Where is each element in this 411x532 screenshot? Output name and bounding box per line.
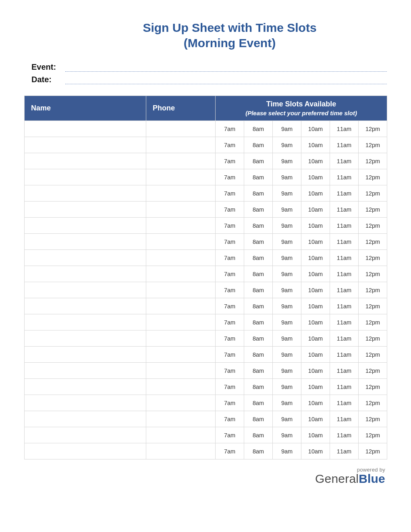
timeslot-cell[interactable]: 8am — [244, 202, 273, 218]
phone-cell[interactable] — [146, 443, 216, 459]
timeslot-cell[interactable]: 10am — [301, 443, 330, 459]
timeslot-cell[interactable]: 9am — [273, 137, 301, 153]
timeslot-cell[interactable]: 12pm — [359, 185, 387, 202]
name-cell[interactable] — [25, 153, 146, 169]
timeslot-cell[interactable]: 11am — [330, 137, 359, 153]
timeslot-cell[interactable]: 11am — [330, 330, 359, 347]
timeslot-cell[interactable]: 12pm — [359, 298, 387, 314]
timeslot-cell[interactable]: 9am — [273, 218, 301, 234]
timeslot-cell[interactable]: 7am — [216, 121, 244, 137]
timeslot-cell[interactable]: 9am — [273, 185, 301, 202]
timeslot-cell[interactable]: 10am — [301, 411, 330, 427]
timeslot-cell[interactable]: 9am — [273, 443, 301, 459]
phone-cell[interactable] — [146, 330, 216, 347]
timeslot-cell[interactable]: 8am — [244, 411, 273, 427]
timeslot-cell[interactable]: 7am — [216, 443, 244, 459]
timeslot-cell[interactable]: 11am — [330, 314, 359, 330]
timeslot-cell[interactable]: 11am — [330, 266, 359, 282]
name-cell[interactable] — [25, 363, 146, 379]
phone-cell[interactable] — [146, 250, 216, 266]
timeslot-cell[interactable]: 12pm — [359, 218, 387, 234]
name-cell[interactable] — [25, 250, 146, 266]
timeslot-cell[interactable]: 7am — [216, 347, 244, 363]
timeslot-cell[interactable]: 9am — [273, 427, 301, 443]
timeslot-cell[interactable]: 11am — [330, 379, 359, 395]
timeslot-cell[interactable]: 8am — [244, 363, 273, 379]
timeslot-cell[interactable]: 10am — [301, 234, 330, 250]
timeslot-cell[interactable]: 7am — [216, 395, 244, 411]
timeslot-cell[interactable]: 8am — [244, 298, 273, 314]
timeslot-cell[interactable]: 9am — [273, 153, 301, 169]
timeslot-cell[interactable]: 10am — [301, 427, 330, 443]
timeslot-cell[interactable]: 7am — [216, 427, 244, 443]
timeslot-cell[interactable]: 9am — [273, 282, 301, 298]
phone-cell[interactable] — [146, 411, 216, 427]
name-cell[interactable] — [25, 330, 146, 347]
timeslot-cell[interactable]: 8am — [244, 121, 273, 137]
timeslot-cell[interactable]: 11am — [330, 427, 359, 443]
timeslot-cell[interactable]: 10am — [301, 137, 330, 153]
timeslot-cell[interactable]: 10am — [301, 379, 330, 395]
timeslot-cell[interactable]: 8am — [244, 379, 273, 395]
timeslot-cell[interactable]: 12pm — [359, 411, 387, 427]
timeslot-cell[interactable]: 7am — [216, 185, 244, 202]
phone-cell[interactable] — [146, 266, 216, 282]
phone-cell[interactable] — [146, 347, 216, 363]
timeslot-cell[interactable]: 10am — [301, 395, 330, 411]
timeslot-cell[interactable]: 10am — [301, 169, 330, 185]
timeslot-cell[interactable]: 9am — [273, 121, 301, 137]
timeslot-cell[interactable]: 12pm — [359, 282, 387, 298]
timeslot-cell[interactable]: 7am — [216, 218, 244, 234]
timeslot-cell[interactable]: 11am — [330, 202, 359, 218]
timeslot-cell[interactable]: 9am — [273, 347, 301, 363]
name-cell[interactable] — [25, 411, 146, 427]
timeslot-cell[interactable]: 11am — [330, 363, 359, 379]
timeslot-cell[interactable]: 11am — [330, 234, 359, 250]
phone-cell[interactable] — [146, 395, 216, 411]
timeslot-cell[interactable]: 10am — [301, 185, 330, 202]
timeslot-cell[interactable]: 8am — [244, 314, 273, 330]
timeslot-cell[interactable]: 10am — [301, 314, 330, 330]
phone-cell[interactable] — [146, 379, 216, 395]
timeslot-cell[interactable]: 10am — [301, 282, 330, 298]
timeslot-cell[interactable]: 11am — [330, 218, 359, 234]
name-cell[interactable] — [25, 443, 146, 459]
timeslot-cell[interactable]: 12pm — [359, 266, 387, 282]
timeslot-cell[interactable]: 8am — [244, 250, 273, 266]
name-cell[interactable] — [25, 169, 146, 185]
timeslot-cell[interactable]: 7am — [216, 250, 244, 266]
timeslot-cell[interactable]: 12pm — [359, 395, 387, 411]
timeslot-cell[interactable]: 12pm — [359, 234, 387, 250]
name-cell[interactable] — [25, 314, 146, 330]
name-cell[interactable] — [25, 347, 146, 363]
timeslot-cell[interactable]: 8am — [244, 153, 273, 169]
timeslot-cell[interactable]: 10am — [301, 250, 330, 266]
timeslot-cell[interactable]: 10am — [301, 153, 330, 169]
timeslot-cell[interactable]: 7am — [216, 330, 244, 347]
timeslot-cell[interactable]: 12pm — [359, 202, 387, 218]
timeslot-cell[interactable]: 9am — [273, 330, 301, 347]
name-cell[interactable] — [25, 218, 146, 234]
timeslot-cell[interactable]: 8am — [244, 427, 273, 443]
timeslot-cell[interactable]: 12pm — [359, 363, 387, 379]
timeslot-cell[interactable]: 11am — [330, 443, 359, 459]
timeslot-cell[interactable]: 8am — [244, 169, 273, 185]
timeslot-cell[interactable]: 11am — [330, 153, 359, 169]
timeslot-cell[interactable]: 10am — [301, 202, 330, 218]
phone-cell[interactable] — [146, 153, 216, 169]
timeslot-cell[interactable]: 10am — [301, 363, 330, 379]
timeslot-cell[interactable]: 12pm — [359, 153, 387, 169]
phone-cell[interactable] — [146, 298, 216, 314]
timeslot-cell[interactable]: 9am — [273, 363, 301, 379]
phone-cell[interactable] — [146, 202, 216, 218]
phone-cell[interactable] — [146, 314, 216, 330]
timeslot-cell[interactable]: 7am — [216, 298, 244, 314]
name-cell[interactable] — [25, 234, 146, 250]
name-cell[interactable] — [25, 202, 146, 218]
timeslot-cell[interactable]: 8am — [244, 443, 273, 459]
name-cell[interactable] — [25, 427, 146, 443]
timeslot-cell[interactable]: 8am — [244, 330, 273, 347]
timeslot-cell[interactable]: 7am — [216, 153, 244, 169]
date-input-line[interactable] — [65, 75, 387, 84]
name-cell[interactable] — [25, 185, 146, 202]
